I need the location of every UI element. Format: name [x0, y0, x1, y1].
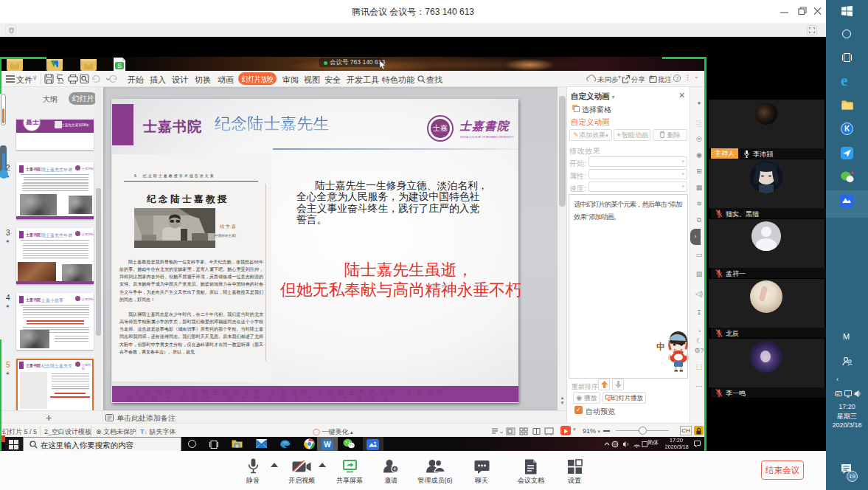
- svg-text:S: S: [117, 62, 122, 69]
